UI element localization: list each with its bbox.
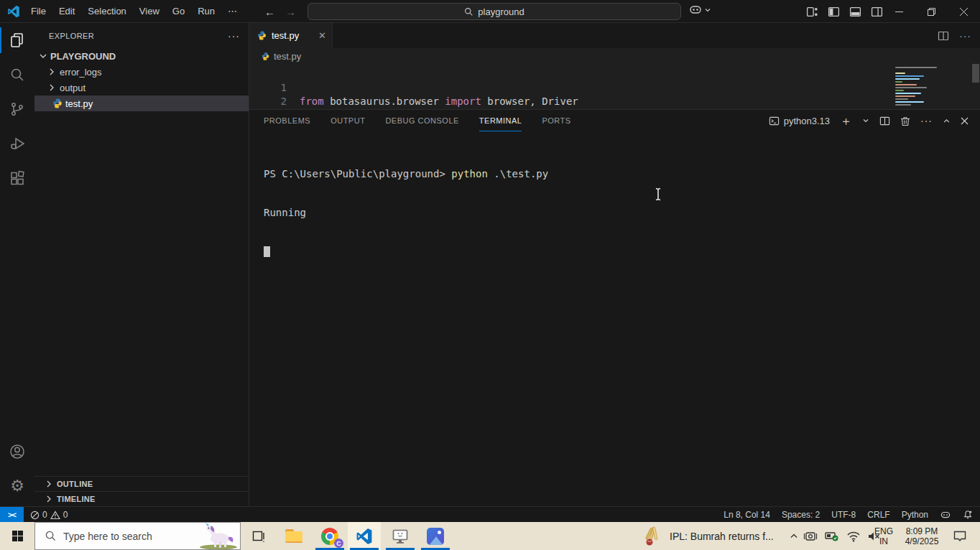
chevron-right-icon: [43, 478, 55, 490]
menu-run[interactable]: Run: [191, 0, 221, 23]
activity-source-control[interactable]: [0, 92, 34, 126]
forward-arrow-icon[interactable]: →: [285, 6, 296, 18]
indentation[interactable]: Spaces: 2: [782, 510, 820, 520]
vscode-logo-icon: [7, 5, 20, 18]
terminal-prompt: PS C:\Users\Public\playground>: [264, 168, 451, 180]
account-icon: [9, 443, 26, 460]
action-center-button[interactable]: [946, 522, 974, 550]
vscode-taskbar-button[interactable]: [348, 522, 381, 550]
news-headline: IPL: Bumrah returns f...: [670, 531, 774, 542]
file-explorer-button[interactable]: [277, 522, 310, 550]
new-terminal-icon[interactable]: ＋: [840, 113, 852, 129]
encoding[interactable]: UTF-8: [831, 510, 856, 520]
editor-scrollbar-thumb[interactable]: [972, 64, 979, 83]
tree-item-output[interactable]: output: [34, 80, 249, 95]
terminal-shell-selector[interactable]: python3.13: [769, 116, 830, 126]
security-tray-icon[interactable]: [824, 530, 840, 543]
panel-more-actions[interactable]: ···: [920, 115, 933, 126]
menu-edit[interactable]: Edit: [52, 0, 81, 23]
breadcrumb[interactable]: test.py: [249, 48, 980, 64]
timeline-section[interactable]: TIMELINE: [34, 491, 249, 506]
tab-debug-console[interactable]: DEBUG CONSOLE: [385, 110, 458, 131]
maximize-panel-icon[interactable]: [943, 117, 951, 125]
tab-terminal[interactable]: TERMINAL: [479, 110, 522, 131]
sidebar-title: EXPLORER: [49, 32, 94, 40]
shell-label: python3.13: [784, 116, 830, 126]
editor-more-actions[interactable]: ···: [959, 30, 971, 42]
sidebar-sections: OUTLINE TIMELINE: [34, 476, 249, 506]
activity-explorer[interactable]: [0, 23, 34, 57]
copilot-status-icon[interactable]: [940, 511, 951, 520]
activity-extensions[interactable]: [0, 161, 34, 195]
settings-button[interactable]: ⚙: [0, 469, 34, 503]
toggle-panel-icon[interactable]: [849, 6, 861, 18]
notifications-bell-icon[interactable]: [963, 510, 973, 520]
screen-capture-tray-icon[interactable]: [803, 530, 818, 543]
menu-bar: File Edit Selection View Go Run ⋯: [24, 0, 244, 23]
remote-viewer-button[interactable]: [384, 522, 417, 550]
title-bar: File Edit Selection View Go Run ⋯ ← → pl…: [0, 0, 980, 23]
terminal-line-2: Running: [264, 206, 548, 219]
taskbar-search[interactable]: Type here to search: [34, 522, 241, 550]
menu-selection[interactable]: Selection: [81, 0, 132, 23]
customize-layout-icon[interactable]: [806, 6, 818, 18]
search-value: playground: [478, 6, 524, 17]
eol-sequence[interactable]: CRLF: [867, 510, 889, 520]
file-label: test.py: [65, 98, 93, 109]
problems-status[interactable]: 0 0: [30, 507, 68, 523]
layout-controls: [806, 0, 883, 23]
vscode-window: File Edit Selection View Go Run ⋯ ← → pl…: [0, 0, 980, 550]
menu-file[interactable]: File: [24, 0, 52, 23]
cursor-position[interactable]: Ln 8, Col 14: [724, 510, 770, 520]
activity-search[interactable]: [0, 57, 34, 92]
news-widget[interactable]: IPL: Bumrah returns f...: [644, 522, 774, 550]
menu-overflow[interactable]: ⋯: [221, 0, 244, 23]
wifi-tray-icon[interactable]: [846, 531, 861, 542]
language-indicator[interactable]: ENG IN: [869, 522, 898, 550]
close-button[interactable]: [948, 0, 980, 23]
outline-section[interactable]: OUTLINE: [34, 476, 249, 491]
tray-overflow-button[interactable]: [786, 522, 802, 550]
photos-button[interactable]: [419, 522, 452, 550]
minimap[interactable]: [895, 67, 961, 108]
task-view-button[interactable]: [241, 522, 274, 550]
menu-view[interactable]: View: [133, 0, 166, 23]
chevron-up-icon: [790, 532, 798, 541]
close-panel-icon[interactable]: [961, 117, 969, 125]
chevron-right-icon: [46, 66, 57, 78]
split-terminal-icon[interactable]: [879, 116, 890, 126]
split-editor-icon[interactable]: [938, 30, 949, 42]
toggle-primary-sidebar-icon[interactable]: [828, 6, 840, 18]
sidebar-more-actions[interactable]: ···: [228, 30, 240, 42]
tab-ports[interactable]: PORTS: [542, 110, 570, 131]
minimize-button[interactable]: [883, 0, 915, 23]
tree-root-playground[interactable]: PLAYGROUND: [34, 48, 249, 64]
menu-go[interactable]: Go: [166, 0, 191, 23]
copilot-icon: [688, 4, 703, 16]
back-arrow-icon[interactable]: ←: [264, 6, 275, 18]
tab-close-icon[interactable]: ✕: [318, 30, 326, 41]
panel-actions: python3.13 ＋ ···: [769, 110, 969, 131]
activity-bar: ⚙: [0, 23, 34, 506]
remote-indicator[interactable]: ><: [0, 507, 24, 523]
tab-test-py[interactable]: test.py ✕: [249, 23, 333, 48]
activity-run-debug[interactable]: [0, 126, 34, 161]
account-button[interactable]: [0, 434, 34, 469]
command-center-search[interactable]: playground: [308, 3, 681, 20]
window-controls: [883, 0, 980, 23]
tree-item-error-logs[interactable]: error_logs: [34, 64, 249, 80]
start-button[interactable]: [0, 522, 34, 550]
chrome-button[interactable]: C: [313, 522, 346, 550]
copilot-menu[interactable]: [688, 4, 711, 16]
chevron-down-icon[interactable]: [862, 117, 869, 124]
tree-item-test-py[interactable]: test.py: [34, 95, 249, 111]
tab-output[interactable]: OUTPUT: [330, 110, 365, 131]
clock[interactable]: 8:09 PM 4/9/2025: [898, 522, 946, 550]
tab-problems[interactable]: PROBLEMS: [264, 110, 310, 131]
python-file-icon: [256, 30, 267, 41]
terminal-output[interactable]: PS C:\Users\Public\playground> python .\…: [264, 141, 548, 284]
language-mode[interactable]: Python: [902, 510, 928, 520]
kill-terminal-trash-icon[interactable]: [900, 116, 910, 126]
restore-button[interactable]: [915, 0, 948, 23]
toggle-secondary-sidebar-icon[interactable]: [871, 6, 883, 18]
